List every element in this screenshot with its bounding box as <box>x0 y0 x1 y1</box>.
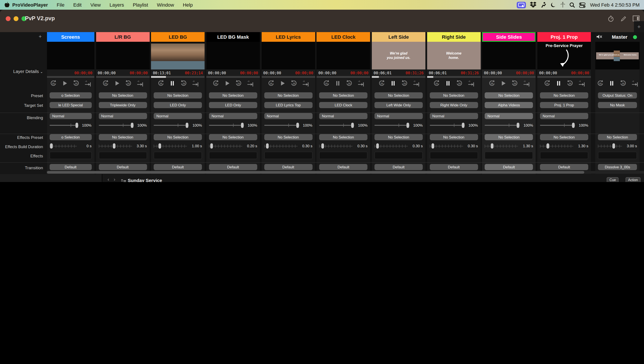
jump-back-15-icon[interactable]: 15 <box>50 79 57 89</box>
menu-item-layers[interactable]: Layers <box>110 2 124 8</box>
effects-box[interactable] <box>264 152 312 159</box>
layer-header[interactable]: Left Side <box>372 32 426 42</box>
play-icon[interactable] <box>113 79 121 89</box>
layer-transport[interactable]: 15 15 -o <box>262 78 315 90</box>
blend-mode-button[interactable]: Normal <box>50 113 92 119</box>
menu-item-playlist[interactable]: Playlist <box>133 2 148 8</box>
layer-header[interactable]: LED BG <box>151 32 204 42</box>
layer-preview[interactable] <box>317 42 370 69</box>
blend-mode-button[interactable]: Normal <box>430 113 478 119</box>
preset-button[interactable]: No Selection <box>540 92 588 98</box>
layer-transport[interactable]: 15 15 -o <box>317 78 370 90</box>
effects-preset-button[interactable]: No Selection <box>485 134 533 140</box>
effects-box[interactable] <box>154 152 202 159</box>
effects-build-duration-slider[interactable]: 0.30 s <box>374 143 423 149</box>
effects-preset-button[interactable]: No Selection <box>209 134 257 140</box>
forward-button[interactable]: › <box>114 177 115 182</box>
go-to-end-icon[interactable]: -o <box>412 79 420 89</box>
jump-forward-15-icon[interactable]: 15 <box>346 79 353 89</box>
master-header[interactable]: Master <box>595 32 640 42</box>
preset-button[interactable]: No Selection <box>374 92 423 98</box>
target-set-button[interactable]: LED Lyrics Top <box>264 102 312 108</box>
layer-header[interactable]: LED BG Mask <box>206 32 260 42</box>
layer-transport[interactable]: 15 15 -o <box>206 78 260 90</box>
preset-button[interactable]: No Selection <box>264 92 312 98</box>
transition-button[interactable]: Default <box>485 164 533 170</box>
transition-button[interactable]: Default <box>319 164 368 170</box>
effects-preset-button[interactable]: No Selection <box>430 134 478 140</box>
blend-mode-button[interactable]: Normal <box>485 113 533 119</box>
target-set-button[interactable]: No Mask <box>598 102 637 108</box>
effects-box[interactable] <box>319 152 368 159</box>
effects-preset-button[interactable]: o Selection <box>50 134 92 140</box>
jump-forward-15-icon[interactable]: 15 <box>456 79 463 89</box>
effects-preset-button[interactable]: No Selection <box>598 134 637 140</box>
effects-box[interactable] <box>50 152 92 159</box>
blend-mode-button[interactable]: Normal <box>319 113 368 119</box>
effects-preset-button[interactable]: No Selection <box>540 134 588 140</box>
focus-moon-icon[interactable] <box>550 2 556 8</box>
jump-forward-15-icon[interactable]: 15 <box>400 79 408 89</box>
transition-button[interactable]: Default <box>540 164 588 170</box>
target-set-button[interactable]: LED Clock <box>319 102 368 108</box>
action-button[interactable]: Action <box>626 177 640 182</box>
pause-icon[interactable] <box>608 79 616 89</box>
opacity-slider[interactable]: 100% <box>209 122 257 128</box>
transition-button[interactable]: Default <box>209 164 257 170</box>
layer-preview[interactable]: We're gladyou joined us. <box>372 42 426 69</box>
effects-build-duration-slider[interactable]: 0.20 s <box>209 143 257 149</box>
opacity-slider[interactable]: 100% <box>540 122 588 128</box>
effects-build-duration-slider[interactable]: 1.30 s <box>485 143 533 149</box>
effects-preset-button[interactable]: No Selection <box>154 134 202 140</box>
pause-icon[interactable] <box>555 79 562 89</box>
effects-build-duration-slider[interactable]: 0 s <box>50 143 92 149</box>
blend-mode-button[interactable]: Normal <box>264 113 312 119</box>
jump-forward-15-icon[interactable]: 15 <box>125 79 132 89</box>
control-center-icon[interactable] <box>579 2 586 8</box>
go-to-end-icon[interactable]: -o <box>631 79 638 89</box>
speaker-muted-icon[interactable] <box>596 34 602 40</box>
layer-transport[interactable]: 15 15 -o <box>595 78 640 90</box>
blend-mode-button[interactable]: Normal <box>540 113 588 119</box>
target-set-button[interactable]: Alpha Videos <box>485 102 533 108</box>
effects-preset-button[interactable]: No Selection <box>319 134 368 140</box>
opacity-slider[interactable]: 100% <box>154 122 202 128</box>
go-to-end-icon[interactable]: -o <box>191 79 199 89</box>
accessibility-icon[interactable] <box>560 2 566 8</box>
automator-icon[interactable] <box>540 2 546 8</box>
menu-app-name[interactable]: ProVideoPlayer <box>12 2 48 8</box>
go-to-end-icon[interactable]: -o <box>84 79 92 89</box>
jump-back-15-icon[interactable]: 15 <box>378 79 385 89</box>
cue-button[interactable]: Cue <box>607 177 618 182</box>
menu-clock[interactable]: Wed Feb 4 2:50:53 PM <box>590 2 644 8</box>
menu-item-window[interactable]: Window <box>157 2 174 8</box>
jump-forward-15-icon[interactable]: 15 <box>290 79 298 89</box>
jump-back-15-icon[interactable]: 15 <box>323 79 330 89</box>
effects-build-duration-slider[interactable]: 1.30 s <box>540 143 588 149</box>
effects-box[interactable] <box>98 152 147 159</box>
jump-back-15-icon[interactable]: 15 <box>102 79 109 89</box>
opacity-slider[interactable]: 100% <box>50 122 92 128</box>
effects-build-duration-slider[interactable]: 0.30 s <box>319 143 368 149</box>
layer-preview[interactable]: Pre-Service Prayer <box>537 42 591 69</box>
layer-transport[interactable]: 15 15 -o <box>427 78 480 90</box>
pause-icon[interactable] <box>389 79 397 89</box>
transition-button[interactable]: Default <box>374 164 423 170</box>
add-column-button[interactable]: + <box>634 21 644 32</box>
pause-icon[interactable] <box>444 79 452 89</box>
transition-button[interactable]: Default <box>154 164 202 170</box>
add-layer-button[interactable]: + <box>39 33 42 40</box>
layer-transport[interactable]: 15 15 -o <box>537 78 591 90</box>
effects-build-duration-slider[interactable]: 1.00 s <box>154 143 202 149</box>
effects-box[interactable] <box>598 152 637 159</box>
layer-header[interactable]: LED Lyrics <box>262 32 315 42</box>
layer-header[interactable]: Right Side <box>427 32 480 42</box>
back-button[interactable]: ‹ <box>108 177 109 182</box>
layer-transport[interactable]: 15 15 -o <box>151 78 204 90</box>
effects-box[interactable] <box>540 152 588 159</box>
layer-header[interactable]: LED Clock <box>317 32 370 42</box>
minimize-window-button[interactable] <box>14 16 18 21</box>
effects-preset-button[interactable]: No Selection <box>374 134 423 140</box>
preset-button[interactable]: No Selection <box>319 92 368 98</box>
transition-button[interactable]: Dissolve 3_00s <box>598 164 637 170</box>
